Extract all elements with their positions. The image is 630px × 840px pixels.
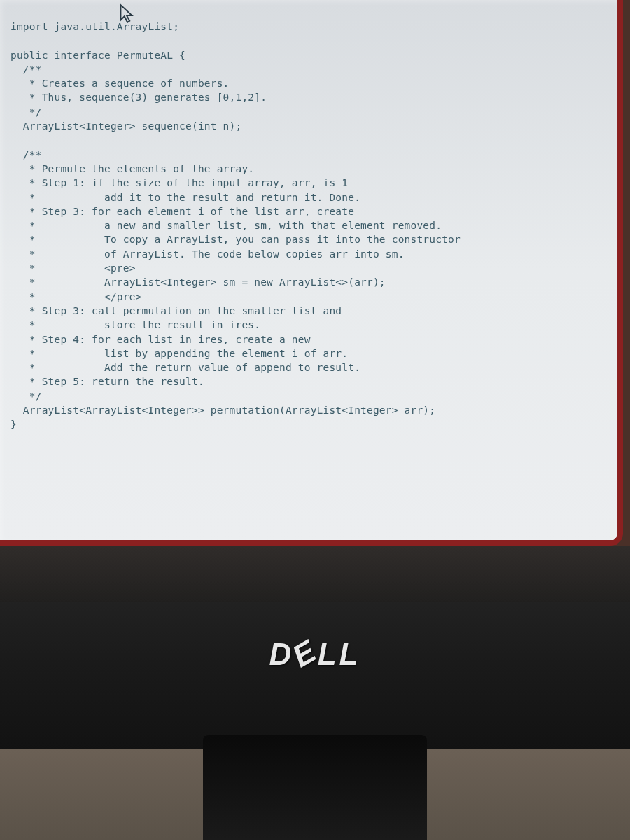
code-line[interactable]: ArrayList<ArrayList<Integer>> permutatio… [10, 403, 607, 417]
dell-logo: DELL [270, 637, 361, 672]
code-line[interactable]: * Thus, sequence(3) generates [0,1,2]. [10, 90, 607, 104]
mouse-cursor-icon [119, 4, 134, 24]
code-line[interactable]: * a new and smaller list, sm, with that … [10, 218, 607, 232]
code-line[interactable]: * Step 3: for each element i of the list… [10, 204, 607, 218]
code-line[interactable]: * Step 4: for each list in ires, create … [10, 332, 607, 346]
code-line[interactable]: * ArrayList<Integer> sm = new ArrayList<… [10, 275, 607, 289]
code-line[interactable]: * of ArrayList. The code below copies ar… [10, 247, 607, 261]
code-line[interactable]: /** [10, 148, 607, 162]
bezel-reflection [0, 546, 630, 602]
code-line[interactable]: import java.util.ArrayList; [10, 20, 607, 34]
code-line[interactable]: * To copy a ArrayList, you can pass it i… [10, 232, 607, 246]
code-line[interactable]: */ [10, 389, 607, 403]
monitor-stand [203, 735, 427, 840]
code-line[interactable]: * Creates a sequence of numbers. [10, 76, 607, 90]
code-line[interactable]: * store the result in ires. [10, 318, 607, 332]
code-line[interactable]: * </pre> [10, 290, 607, 304]
code-editor-window: import java.util.ArrayList;public interf… [0, 0, 623, 546]
code-content[interactable]: import java.util.ArrayList;public interf… [10, 20, 607, 432]
code-line[interactable]: * Step 5: return the result. [10, 374, 607, 388]
code-line[interactable]: * Step 3: call permutation on the smalle… [10, 304, 607, 318]
code-line[interactable]: */ [10, 105, 607, 119]
code-line[interactable]: /** [10, 62, 607, 76]
code-line[interactable]: } [10, 417, 607, 431]
code-line[interactable]: * list by appending the element i of arr… [10, 346, 607, 360]
code-line[interactable]: * Step 1: if the size of the input array… [10, 176, 607, 190]
code-line[interactable]: * <pre> [10, 261, 607, 275]
code-line[interactable]: ArrayList<Integer> sequence(int n); [10, 119, 607, 133]
code-line[interactable] [10, 34, 607, 48]
code-line[interactable]: * add it to the result and return it. Do… [10, 190, 607, 204]
monitor-bezel: DELL [0, 546, 630, 840]
code-line[interactable]: * Add the return value of append to resu… [10, 360, 607, 374]
code-line[interactable] [10, 133, 607, 147]
code-line[interactable]: public interface PermuteAL { [10, 48, 607, 62]
code-line[interactable]: * Permute the elements of the array. [10, 162, 607, 176]
